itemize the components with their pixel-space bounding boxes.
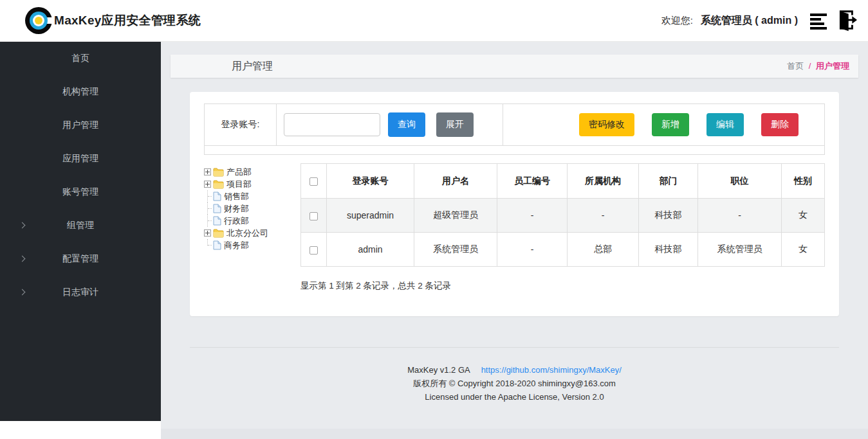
main-area: 用户管理 首页 / 用户管理 登录账号: 查询 展开 密码修改 新增 编辑 删除 <box>161 42 868 439</box>
sidebar-item-label: 日志审计 <box>62 287 98 298</box>
folder-icon <box>213 180 224 189</box>
expand-plus-icon[interactable] <box>204 168 211 175</box>
sidebar-item-home[interactable]: 首页 <box>0 42 161 75</box>
bottom-strip <box>161 429 868 439</box>
column-header[interactable]: 员工编号 <box>497 164 568 199</box>
tree-connector <box>204 215 212 227</box>
sidebar: 首页 机构管理 用户管理 应用管理 账号管理 组管理 配置管理 日志审计 <box>0 42 161 421</box>
sidebar-item-config-management[interactable]: 配置管理 <box>0 242 161 276</box>
sidebar-item-group-management[interactable]: 组管理 <box>0 209 161 242</box>
column-header[interactable]: 职位 <box>698 164 782 199</box>
column-header[interactable]: 性别 <box>782 164 825 199</box>
breadcrumb-current: 用户管理 <box>816 61 849 71</box>
sidebar-item-label: 配置管理 <box>62 253 98 265</box>
page-footer: MaxKey v1.2 GA https://github.com/shimin… <box>161 363 868 404</box>
file-icon <box>213 192 221 201</box>
table-cell: 系统管理员 <box>414 233 497 267</box>
expand-plus-icon[interactable] <box>204 229 211 237</box>
footer-divider <box>190 347 839 348</box>
app-header: MaxKey应用安全管理系统 欢迎您: 系统管理员 ( admin ) <box>0 0 868 42</box>
delete-button[interactable]: 删除 <box>761 113 799 136</box>
table-cell: 科技部 <box>639 199 698 233</box>
welcome-label: 欢迎您: <box>661 15 693 27</box>
folder-icon <box>213 168 224 177</box>
table-cell: - <box>497 233 568 267</box>
password-change-button[interactable]: 密码修改 <box>579 113 634 136</box>
footer-copyright: 版权所有 © Copyright 2018-2020 shimingxy@163… <box>161 377 868 390</box>
breadcrumb: 首页 / 用户管理 <box>787 60 849 72</box>
edit-button[interactable]: 编辑 <box>706 113 744 136</box>
column-header[interactable]: 部门 <box>639 164 698 199</box>
expand-button[interactable]: 展开 <box>436 112 474 137</box>
row-checkbox[interactable] <box>309 246 318 255</box>
users-table: 登录账号 用户名 员工编号 所属机构 部门 职位 性别 superadmin超级… <box>300 163 825 267</box>
sidebar-item-label: 应用管理 <box>62 153 98 165</box>
breadcrumb-home[interactable]: 首页 <box>787 61 804 71</box>
tree-node[interactable]: 销售部 <box>204 190 297 202</box>
file-icon <box>213 240 221 250</box>
table-cell: 科技部 <box>639 233 698 267</box>
add-button[interactable]: 新增 <box>652 113 689 136</box>
footer-license: Licensed under the Apache License, Versi… <box>161 390 868 404</box>
search-form: 登录账号: 查询 展开 密码修改 新增 编辑 删除 <box>204 103 825 155</box>
table-cell: 女 <box>782 199 825 233</box>
table-cell: 女 <box>782 233 825 267</box>
tree-node[interactable]: 商务部 <box>204 239 297 251</box>
column-header[interactable]: 用户名 <box>414 164 497 199</box>
file-icon <box>213 216 221 226</box>
sidebar-item-label: 用户管理 <box>62 120 98 131</box>
content-card: 登录账号: 查询 展开 密码修改 新增 编辑 删除 产品部 <box>190 92 839 316</box>
query-button[interactable]: 查询 <box>388 112 425 137</box>
chevron-right-icon <box>19 289 26 296</box>
row-checkbox[interactable] <box>309 212 318 220</box>
tree-connector <box>204 190 212 202</box>
chevron-right-icon <box>19 256 26 262</box>
tree-node[interactable]: 行政部 <box>204 215 297 227</box>
search-form-collapsed-row <box>205 145 824 154</box>
records-summary: 显示第 1 到第 2 条记录，总共 2 条记录 <box>300 280 825 292</box>
table-cell: - <box>698 199 782 233</box>
breadcrumb-separator: / <box>806 61 814 71</box>
current-user: 系统管理员 ( admin ) <box>701 14 798 28</box>
login-account-input[interactable] <box>284 113 380 136</box>
footer-version: MaxKey v1.2 GA <box>407 365 470 375</box>
table-row[interactable]: superadmin超级管理员--科技部-女 <box>301 199 825 233</box>
tree-node[interactable]: 产品部 <box>204 166 297 178</box>
org-tree: 产品部 项目部 销售部 财务部 <box>204 163 297 292</box>
page-titlebar: 用户管理 首页 / 用户管理 <box>171 55 858 78</box>
sidebar-item-label: 机构管理 <box>62 86 98 98</box>
tree-connector <box>204 239 212 251</box>
table-cell: 总部 <box>568 233 639 267</box>
column-header[interactable]: 登录账号 <box>327 164 414 199</box>
login-account-label: 登录账号: <box>205 104 277 145</box>
sidebar-item-org-management[interactable]: 机构管理 <box>0 75 161 109</box>
app-title: MaxKey应用安全管理系统 <box>54 12 201 29</box>
logout-icon[interactable] <box>831 8 858 33</box>
table-cell: 系统管理员 <box>698 233 782 267</box>
table-cell: - <box>568 199 639 233</box>
sidebar-item-user-management[interactable]: 用户管理 <box>0 109 161 142</box>
column-header[interactable]: 所属机构 <box>568 164 639 199</box>
table-cell: 超级管理员 <box>414 199 497 233</box>
tree-node[interactable]: 北京分公司 <box>204 227 297 239</box>
file-icon <box>213 204 221 213</box>
maxkey-logo-icon <box>23 6 51 35</box>
sidebar-item-account-management[interactable]: 账号管理 <box>0 175 161 209</box>
sidebar-item-app-management[interactable]: 应用管理 <box>0 142 161 175</box>
tree-node[interactable]: 项目部 <box>204 178 297 190</box>
tree-connector <box>204 202 212 215</box>
table-cell: superadmin <box>327 199 414 233</box>
sidebar-item-log-audit[interactable]: 日志审计 <box>0 276 161 309</box>
table-row[interactable]: admin系统管理员-总部科技部系统管理员女 <box>301 233 825 267</box>
tree-node[interactable]: 财务部 <box>204 202 297 215</box>
table-cell: admin <box>327 233 414 267</box>
sidebar-item-label: 首页 <box>71 53 89 64</box>
select-all-checkbox[interactable] <box>309 177 318 186</box>
chevron-right-icon <box>19 222 26 229</box>
footer-github-link[interactable]: https://github.com/shimingxy/MaxKey/ <box>481 365 622 375</box>
sidebar-item-label: 组管理 <box>67 220 94 231</box>
list-icon[interactable] <box>809 11 829 30</box>
table-cell: - <box>497 199 568 233</box>
expand-plus-icon[interactable] <box>204 181 211 188</box>
sidebar-item-label: 账号管理 <box>62 186 98 198</box>
